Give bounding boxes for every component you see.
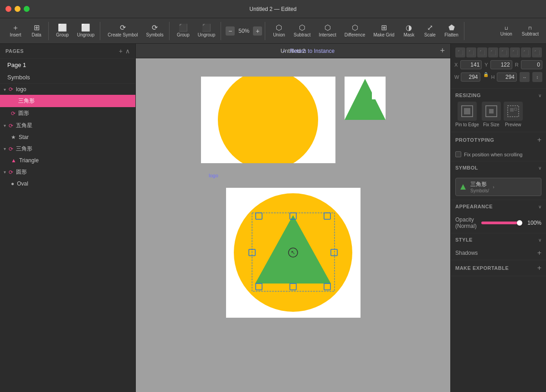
exportable-header[interactable]: MAKE EXPORTABLE + (451, 260, 546, 276)
lock-proportions-button[interactable]: 🔒 (483, 72, 489, 82)
layer-item-sanjiaoxing-1[interactable]: ⟳ 三角形 (0, 95, 135, 107)
r-input[interactable] (521, 60, 542, 69)
scale-icon: ⤢ (427, 24, 433, 31)
union2-button[interactable]: ⊔ Union (496, 22, 516, 40)
layer-group-yuanxing-header[interactable]: ▾ ⟳ 圆形 (0, 166, 135, 178)
insert-button[interactable]: ＋ Insert (5, 22, 26, 40)
difference-icon: ⬡ (352, 24, 358, 31)
distribute-h-button[interactable]: ⬛ (521, 47, 531, 57)
page-1[interactable]: Page 1 (0, 59, 135, 71)
flip-button[interactable]: ↔ (520, 72, 530, 82)
layer-item-yuanxing-1[interactable]: ⟳ 圆形 (0, 107, 135, 119)
layer-item-star[interactable]: ★ Star (0, 132, 135, 143)
chevron-down-icon: ▾ (4, 123, 6, 128)
mask-icon: ◑ (406, 24, 412, 31)
appearance-header[interactable]: APPEARANCE ∨ (451, 200, 546, 213)
align-top-button[interactable]: ⬛ (488, 47, 498, 57)
zoom-out-button[interactable]: − (226, 26, 235, 36)
difference-button[interactable]: ⬡ Difference (341, 22, 369, 40)
symbol-name: 三角形 (470, 181, 489, 188)
collapse-pages-button[interactable]: ∧ (125, 47, 130, 55)
symbol-icon: ⟳ (11, 110, 15, 117)
symbol-selector[interactable]: 三角形 Symbols/ › (455, 178, 541, 196)
fix-position-checkbox[interactable] (455, 151, 461, 157)
layer-group-logo-header[interactable]: ▾ ⟳ logo (0, 84, 135, 95)
align-bottom-button[interactable]: ⬛ (510, 47, 520, 57)
symbols-button[interactable]: ⟳ Symbols (143, 22, 167, 40)
style-header[interactable]: STYLE ∨ (451, 233, 546, 246)
return-to-instance-button[interactable]: ← Return to Instance (282, 48, 335, 54)
mask-button[interactable]: ◑ Mask (399, 22, 419, 40)
artboard-top-small[interactable] (345, 77, 386, 120)
back-arrow-icon: ← (282, 48, 287, 54)
layer-item-oval[interactable]: ● Oval (0, 178, 135, 189)
svg-rect-19 (489, 109, 494, 113)
symbol-header[interactable]: SYMBOL ∨ (451, 161, 546, 174)
intersect-button[interactable]: ⬡ Intersect (315, 22, 340, 40)
prototyping-header[interactable]: PROTOTYPING + (451, 132, 546, 148)
svg-rect-17 (464, 108, 470, 114)
page-symbols[interactable]: Symbols (0, 71, 135, 83)
fix-position-row: Fix position when scrolling (455, 151, 541, 157)
maximize-button[interactable] (24, 6, 30, 12)
prototyping-add-button[interactable]: + (537, 136, 541, 144)
w-input[interactable] (461, 72, 480, 82)
create-symbol-button[interactable]: ⟳ Create Symbol (104, 22, 141, 40)
ungroup-button[interactable]: ⬜ Ungroup (73, 22, 98, 40)
preview-option[interactable]: Preview (504, 102, 523, 127)
make-grid-button[interactable]: ⊞ Make Grid (370, 22, 398, 40)
group2-controls: ⬛ Group ⬛ Ungroup (171, 22, 221, 40)
h-input[interactable] (497, 72, 517, 82)
insert-icon: ＋ (12, 24, 19, 31)
align-right-button[interactable]: ⬛ (477, 47, 487, 57)
distribute-v-button[interactable]: ⬛ (532, 47, 542, 57)
close-button[interactable] (5, 6, 11, 12)
pages-header: PAGES + ∧ (0, 44, 135, 59)
group-button[interactable]: ⬜ Group (52, 22, 72, 40)
exportable-add-button[interactable]: + (537, 264, 541, 272)
layer-group-wujiaoxing-header[interactable]: ▾ ⟳ 五角星 (0, 119, 135, 132)
group2-button[interactable]: ⬛ Group (173, 22, 193, 40)
symbol-path: Symbols/ (470, 188, 489, 193)
subtract-icon: ⬡ (299, 24, 305, 31)
shadows-add-button[interactable]: + (537, 249, 541, 257)
fix-size-option[interactable]: Fix Size (482, 102, 501, 127)
resizing-header[interactable]: RESIZING ∨ (451, 89, 546, 102)
flatten-button[interactable]: ⬟ Flatten (441, 22, 462, 40)
add-page-button[interactable]: + (119, 47, 123, 55)
align-left-button[interactable]: ⬛ (455, 47, 465, 57)
artboard-top-main[interactable] (201, 77, 335, 163)
layer-group-sanjiaoxing-header[interactable]: ▾ ⟳ 三角形 (0, 143, 135, 155)
add-canvas-button[interactable]: + (440, 46, 445, 56)
y-label: Y (484, 62, 489, 67)
align-center-v-button[interactable]: ⬛ (499, 47, 509, 57)
main-layout: PAGES + ∧ Page 1 Symbols ▾ ⟳ logo (0, 44, 546, 392)
opacity-slider[interactable] (481, 222, 522, 224)
window-controls (5, 6, 30, 12)
y-input[interactable] (490, 60, 512, 69)
align-center-h-button[interactable]: ⬛ (466, 47, 476, 57)
ungroup2-button[interactable]: ⬛ Ungroup (194, 22, 219, 40)
zoom-in-button[interactable]: + (253, 26, 262, 36)
union2-icon: ⊔ (505, 26, 508, 31)
subtract2-button[interactable]: ⊓ Subtract (518, 22, 542, 40)
data-button[interactable]: ⊞ Data (26, 22, 46, 40)
minimize-button[interactable] (15, 6, 21, 12)
pin-to-edge-option[interactable]: Pin to Edge (455, 102, 479, 127)
scale-button[interactable]: ⤢ Scale (420, 22, 440, 40)
x-label: X (454, 62, 458, 67)
artboard-bottom[interactable]: ↖ (226, 188, 361, 318)
fix-size-box (482, 102, 501, 121)
symbol-icon: ⟳ (9, 123, 13, 129)
union-button[interactable]: ⬡ Union (269, 22, 289, 40)
flip-v-button[interactable]: ↕ (532, 72, 542, 82)
canvas[interactable]: logo (136, 58, 450, 392)
subtract-button[interactable]: ⬡ Subtract (290, 22, 314, 40)
w-field: W (454, 72, 480, 82)
x-input[interactable] (460, 60, 482, 69)
layer-item-triangle[interactable]: ▲ Triangle (0, 155, 135, 166)
svg-point-0 (218, 77, 318, 163)
chevron-down-icon: ∨ (538, 165, 541, 170)
intersect-icon: ⬡ (325, 24, 331, 31)
triangle-icon: ▲ (11, 157, 16, 164)
